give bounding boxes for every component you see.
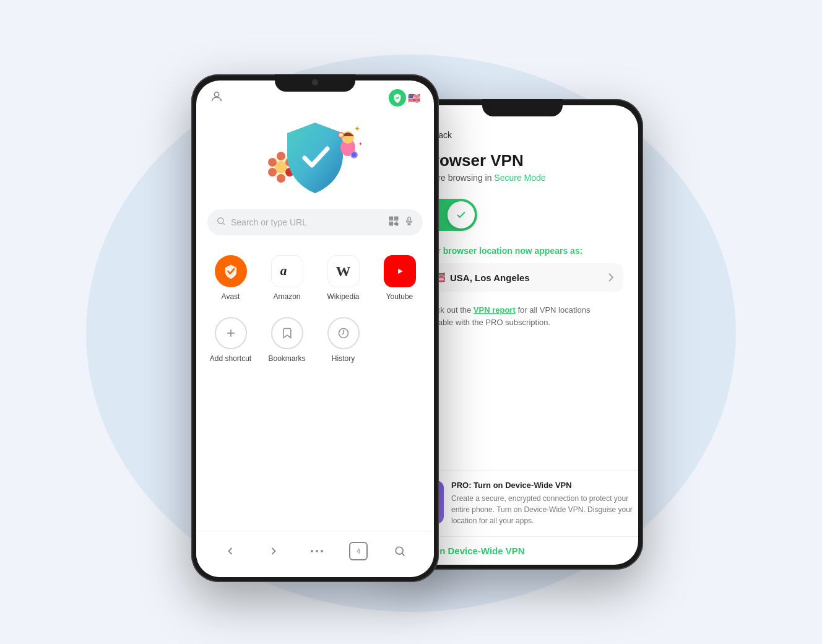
vpn-pro-content: PRO: Turn on Device-Wide VPN Create a se… [451,481,638,526]
shortcut-avast[interactable]: Avast [202,249,259,311]
bookmarks-label: Bookmarks [268,354,305,363]
svg-point-7 [268,168,277,176]
tabs-button[interactable]: 4 [349,542,368,560]
search-placeholder: Search or type URL [231,217,383,227]
svg-rect-26 [396,224,398,225]
open-device-wide-vpn-button[interactable]: Open Device-Wide VPN [407,537,638,565]
bottom-nav: 4 [196,531,434,577]
vpn-pro-title: PRO: Turn on Device-Wide VPN [451,481,638,490]
svg-rect-22 [391,218,392,219]
search-button[interactable] [389,540,411,562]
shortcut-amazon[interactable]: a Amazon [259,249,315,311]
svg-point-8 [268,158,277,167]
amazon-label: Amazon [273,292,300,301]
us-flag-icon: 🇺🇸 [408,92,420,104]
svg-rect-29 [408,217,410,222]
svg-rect-28 [396,222,397,224]
qr-icon[interactable] [388,215,399,229]
tabs-count: 4 [357,547,360,555]
avast-label: Avast [222,292,240,301]
front-camera [312,79,318,85]
wikipedia-label: Wikipedia [327,292,359,301]
svg-rect-27 [395,224,396,225]
vpn-location-row[interactable]: 🇺🇸 USA, Los Angeles [422,263,623,292]
vpn-title: Browser VPN [422,151,623,170]
wikipedia-icon: W [327,255,360,287]
phone-front: 🇺🇸 [191,74,439,582]
menu-button[interactable] [306,540,328,562]
search-icon [216,216,226,228]
svg-point-0 [214,92,218,97]
shortcut-history[interactable]: History [315,311,371,373]
history-icon [327,317,360,349]
back-notch [482,99,563,116]
user-icon[interactable] [210,90,223,106]
vpn-report-link[interactable]: VPN report [474,305,516,315]
svg-text:✦: ✦ [354,124,360,133]
shortcut-empty [371,311,428,373]
svg-point-3 [277,152,285,160]
back-button[interactable] [219,540,241,562]
mic-icon[interactable] [404,216,414,228]
back-screen: Back Browser VPN You're browsing in Secu… [407,105,638,565]
vpn-report-text: Check out the VPN report for all VPN loc… [422,304,623,328]
svg-point-2 [275,161,287,173]
shortcut-bookmarks[interactable]: Bookmarks [259,311,315,373]
vpn-pro-card: PRO: Turn on Device-Wide VPN Create a se… [407,470,638,537]
svg-point-37 [316,550,318,552]
vpn-location-text: Your browser location now appears as: [422,246,623,256]
vpn-toggle-container [422,199,623,231]
svg-point-16 [352,152,357,157]
hero-area: ✦ ✦ [196,111,434,209]
shortcuts-grid-row2: Add shortcut Bookmarks [196,311,434,373]
bookmarks-icon [271,317,303,349]
svg-point-39 [396,547,403,554]
search-bar[interactable]: Search or type URL [207,209,423,235]
svg-line-18 [223,223,225,225]
svg-text:✦: ✦ [358,141,363,147]
front-notch [275,74,355,92]
forward-button[interactable] [262,540,285,562]
svg-text:a: a [280,263,287,278]
youtube-label: Youtube [386,292,413,301]
shortcut-youtube[interactable]: Youtube [371,249,428,311]
vpn-location-name: USA, Los Angeles [450,272,604,283]
phones-container: 🇺🇸 [179,50,643,594]
location-chevron-icon [608,273,613,282]
add-shortcut-label: Add shortcut [210,354,251,363]
vpn-status-badge: 🇺🇸 [389,89,420,107]
add-shortcut-icon [215,317,247,349]
vpn-pro-desc: Create a secure, encrypted connection to… [451,493,638,526]
svg-rect-23 [396,218,397,219]
vpn-shield-icon [389,89,406,107]
svg-rect-24 [391,223,392,224]
svg-point-17 [218,218,223,224]
front-screen: 🇺🇸 [196,80,434,577]
avast-icon [215,255,247,287]
svg-point-36 [311,550,313,552]
youtube-icon [384,255,416,287]
toggle-thumb [448,201,475,228]
svg-line-40 [402,554,405,556]
hero-illustration: ✦ ✦ [262,118,368,198]
svg-point-12 [339,133,343,137]
shortcut-wikipedia[interactable]: W Wikipedia [315,249,371,311]
amazon-icon: a [271,255,303,287]
svg-point-38 [321,550,323,552]
vpn-content: Browser VPN You're browsing in Secure Mo… [407,151,638,470]
shortcut-add[interactable]: Add shortcut [202,311,259,373]
svg-point-6 [277,174,285,183]
vpn-subtitle: You're browsing in Secure Mode [422,173,623,183]
shortcuts-grid-row1: Avast a Amazon W Wikipedia [196,249,434,311]
history-label: History [332,354,355,363]
secure-mode-link[interactable]: Secure Mode [494,173,545,183]
